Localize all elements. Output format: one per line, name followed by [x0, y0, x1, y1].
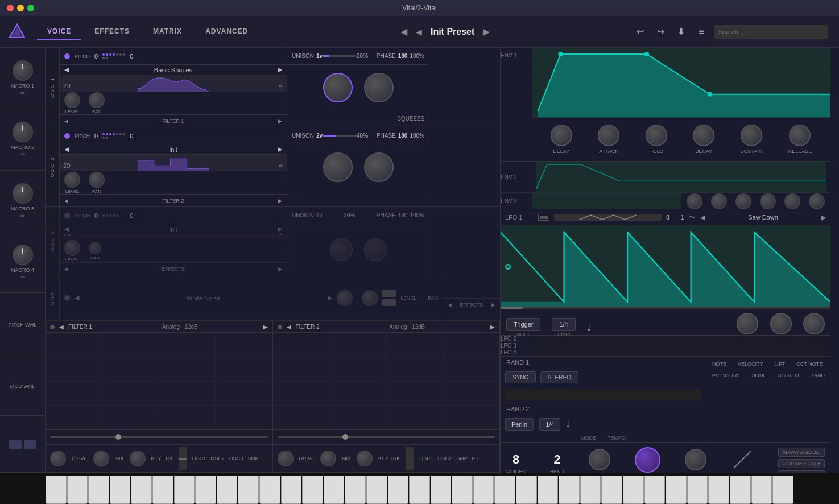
osc-3-waveform[interactable]: 2D ✏	[60, 234, 287, 239]
filter-2-next[interactable]: ▶	[490, 324, 495, 330]
key-f5[interactable]	[708, 476, 729, 504]
key-g2[interactable]	[281, 476, 302, 504]
key-g5[interactable]	[730, 476, 751, 504]
osc-1-pan-knob[interactable]	[89, 92, 105, 108]
osc-2-prev-wave[interactable]: ◀	[64, 146, 69, 153]
env3-knob-1[interactable]	[687, 193, 702, 209]
filter-2-slider-thumb[interactable]	[342, 434, 348, 440]
filter-2-drive-knob[interactable]	[278, 451, 294, 466]
smp-enable-dot[interactable]	[64, 295, 70, 301]
env3-knob-5[interactable]	[784, 193, 800, 209]
filter-1-mix-knob[interactable]	[93, 451, 109, 466]
smp-next-wave[interactable]: ▶	[328, 294, 332, 301]
osc-1-phase-knob[interactable]	[364, 73, 394, 102]
filter-2-slider[interactable]	[278, 436, 495, 438]
lfo1-smooth-knob[interactable]	[737, 313, 758, 334]
osc-2-filter-next[interactable]: ▶	[278, 198, 282, 204]
key-c4[interactable]	[494, 476, 515, 504]
env3-knob-6[interactable]	[809, 193, 825, 209]
redo-button[interactable]: ↪	[652, 24, 668, 40]
always-glide-btn[interactable]: ALWAYS GLIDE	[778, 448, 825, 457]
key-d4[interactable]	[516, 476, 537, 504]
tab-matrix[interactable]: MATRIX	[143, 24, 192, 40]
osc-3-filter-next[interactable]: ▶	[278, 266, 282, 272]
lfo1-prev-wave[interactable]: ◀	[700, 214, 705, 221]
key-e4[interactable]	[538, 476, 559, 504]
env3-knob-4[interactable]	[760, 193, 776, 209]
lfo1-sync-icon[interactable]: ♩	[587, 322, 592, 333]
key-g4[interactable]	[580, 476, 601, 504]
close-button[interactable]	[7, 5, 14, 11]
filter-2-mix-knob[interactable]	[320, 451, 336, 466]
env1-decay-knob[interactable]	[693, 125, 714, 146]
filter-1-next[interactable]: ▶	[263, 324, 268, 330]
rand2-tempo-btn[interactable]: 1/4	[539, 418, 560, 431]
osc-2-waveform[interactable]: 2D ✏	[60, 155, 287, 171]
osc-2-filter-prev[interactable]: ◀	[64, 198, 68, 204]
vel-trk-knob[interactable]	[589, 449, 610, 470]
key-a4[interactable]	[601, 476, 622, 504]
osc-1-unison-knob[interactable]	[323, 73, 353, 102]
osc-1-filter-prev[interactable]: ◀	[64, 118, 68, 124]
osc-3-next-wave[interactable]: ▶	[278, 225, 282, 233]
macro-4-knob[interactable]	[13, 245, 33, 265]
tab-advanced[interactable]: ADVANCED	[195, 24, 258, 40]
smp-level-knob[interactable]	[337, 290, 353, 306]
filter-1-slider[interactable]	[50, 436, 268, 438]
undo-button[interactable]: ↩	[632, 24, 648, 40]
macro-1-knob[interactable]	[13, 60, 33, 81]
key-d2[interactable]	[217, 476, 238, 504]
osc-3-prev-wave[interactable]: ◀	[64, 225, 69, 233]
key-e3[interactable]	[388, 476, 409, 504]
osc-3-enable-dot[interactable]	[64, 213, 70, 218]
osc-1-enable-dot[interactable]	[64, 53, 70, 59]
lfo1-val1[interactable]: 8	[666, 214, 669, 221]
env1-hold-knob[interactable]	[646, 125, 667, 146]
key-e1[interactable]	[88, 476, 109, 504]
macro-3-knob[interactable]	[13, 183, 33, 204]
lfo1-icon[interactable]	[538, 214, 549, 221]
key-c2[interactable]	[195, 476, 216, 504]
env1-sustain-knob[interactable]	[741, 125, 762, 146]
key-f2[interactable]	[259, 476, 280, 504]
osc-3-pan-knob[interactable]	[89, 242, 101, 254]
env1-attack-knob[interactable]	[598, 125, 619, 146]
save-button[interactable]: ⬇	[673, 24, 689, 40]
osc-3-filter-prev[interactable]: ◀	[64, 266, 68, 272]
lfo1-wave-icon[interactable]: 〜	[689, 213, 696, 222]
osc-1-pencil-icon[interactable]: ✏	[279, 83, 283, 89]
collapse-icon[interactable]: ◀	[416, 27, 422, 36]
key-b5[interactable]	[772, 476, 793, 504]
osc-3-pencil-icon[interactable]: ✏	[279, 234, 283, 237]
key-a3[interactable]	[452, 476, 473, 504]
filter-1-slider-thumb[interactable]	[115, 434, 121, 440]
key-g1[interactable]	[131, 476, 152, 504]
key-b4[interactable]	[623, 476, 644, 504]
osc-3-phase-knob[interactable]	[364, 238, 387, 261]
osc-2-unison-slider[interactable]	[323, 135, 357, 137]
rand2-sync-icon[interactable]: ♩	[566, 419, 571, 429]
env1-delay-knob[interactable]	[551, 125, 572, 146]
macro-3-edit-icon[interactable]: ✏	[20, 213, 25, 219]
smp-icon-1[interactable]	[382, 290, 396, 297]
lfo1-tempo-btn[interactable]: 1/4	[552, 318, 575, 331]
key-d1[interactable]	[67, 476, 88, 504]
key-b2[interactable]	[324, 476, 345, 504]
prev-preset-arrow[interactable]: ◀	[400, 26, 407, 37]
key-b3[interactable]	[473, 476, 494, 504]
lfo1-stereo-knob[interactable]	[803, 313, 825, 334]
lfo1-mode-btn[interactable]: Trigger	[506, 318, 540, 331]
lfo1-val2[interactable]: 1	[681, 214, 684, 221]
osc-3-level-knob[interactable]	[64, 240, 80, 256]
smp-filter-next[interactable]: ▶	[491, 302, 495, 308]
osc-1-next-wave[interactable]: ▶	[278, 66, 282, 73]
key-f3[interactable]	[409, 476, 430, 504]
filter-2-slider-vert[interactable]	[406, 447, 414, 470]
next-preset-arrow[interactable]: ▶	[483, 26, 490, 37]
tab-voice[interactable]: VOICE	[37, 24, 81, 40]
rand1-stereo-btn[interactable]: STEREO	[540, 371, 578, 383]
key-b1[interactable]	[174, 476, 195, 504]
osc-3-unison-knob[interactable]	[330, 238, 353, 261]
osc-2-next-wave[interactable]: ▶	[278, 146, 282, 153]
macro-2-knob[interactable]	[13, 122, 33, 142]
